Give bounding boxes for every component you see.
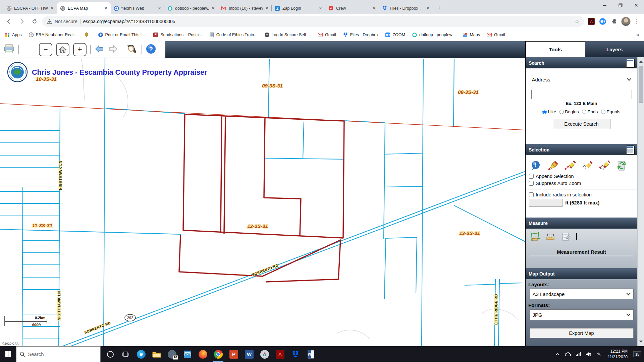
bookmark-print-or-email[interactable]: Print or Email This L... (98, 32, 147, 38)
tab-flexmls[interactable]: flexmls Web✕ (111, 2, 164, 14)
forward-button[interactable] (17, 16, 27, 26)
bookmarks-overflow-chevron[interactable]: » (636, 32, 639, 38)
tab-files-dropbox[interactable]: Files - Dropbox✕ (379, 2, 433, 14)
scroll-down-arrow[interactable] (638, 338, 644, 345)
close-window-button[interactable]: ✕ (628, 0, 644, 11)
word-doc-icon[interactable]: W (303, 346, 319, 362)
close-icon[interactable]: ✕ (158, 6, 161, 11)
bookmark-code-of-ethics[interactable]: Code of Ethics Train... (209, 32, 258, 38)
dropbox-icon[interactable] (288, 346, 303, 362)
taskbar-clock[interactable]: 12:21 PM 11/21/2020 (606, 349, 629, 359)
bookmark-maps[interactable]: Maps (462, 32, 480, 38)
tab-crew[interactable]: Crew✕ (325, 2, 379, 14)
close-icon[interactable]: ✕ (372, 6, 376, 11)
zoom-out-button[interactable]: − (39, 43, 52, 56)
append-selection-checkbox[interactable] (529, 174, 534, 179)
radio-like[interactable]: Like (542, 109, 556, 114)
home-extent-button[interactable] (56, 43, 69, 56)
start-button[interactable] (0, 346, 16, 362)
execute-search-button[interactable]: Execute Search (553, 119, 610, 129)
measure-area-icon[interactable] (530, 232, 540, 242)
acrobat-extension-icon[interactable]: A (587, 17, 596, 26)
zoom-in-button[interactable]: + (73, 43, 87, 56)
onedrive-cloud-icon[interactable] (565, 351, 571, 357)
suppress-auto-zoom-checkbox[interactable] (529, 181, 534, 186)
task-view-icon[interactable] (118, 346, 133, 362)
bookmark-gmail-2[interactable]: Gmail (487, 32, 505, 38)
omnibox[interactable]: Not secure escpa.org/ecpamap/?s=123S3110… (42, 16, 584, 27)
close-icon[interactable]: ✕ (426, 6, 430, 11)
bookmark-era-neubauer[interactable]: ERA Neubauer Real... (29, 32, 77, 38)
bookmark-zoom[interactable]: ZOOM (385, 32, 405, 38)
select-polygon-tool-icon[interactable] (598, 159, 611, 172)
powerpoint-icon[interactable]: P (226, 346, 241, 362)
next-extent-button[interactable] (108, 45, 118, 55)
close-icon[interactable]: ✕ (104, 6, 108, 11)
radius-feet-input[interactable] (529, 199, 562, 207)
sidebar-scrollbar[interactable] (637, 57, 644, 346)
previous-extent-button[interactable] (94, 45, 104, 55)
file-explorer-icon[interactable] (149, 346, 164, 362)
bookmark-gmail-1[interactable]: Gmail (318, 32, 336, 38)
photos-icon[interactable] (257, 346, 272, 362)
tab-dotloop[interactable]: dotloop - peoplew...✕ (164, 2, 218, 14)
suppress-auto-zoom-row[interactable]: Suppress Auto Zoom (529, 181, 637, 186)
export-map-button[interactable]: Export Map (530, 328, 634, 338)
tab-escpa-off-hwy[interactable]: ESCPA - OFF HWY✕ (3, 2, 57, 14)
clear-selection-tool-icon[interactable] (615, 159, 628, 172)
minimize-button[interactable]: ─ (597, 0, 612, 11)
taskbar-search-input[interactable] (28, 351, 85, 357)
taskbar-search-box[interactable] (16, 346, 101, 362)
append-selection-row[interactable]: Append Selection (529, 174, 637, 179)
chrome-icon[interactable] (211, 346, 226, 362)
select-freehand-tool-icon[interactable] (581, 159, 594, 172)
select-point-tool-icon[interactable] (547, 159, 559, 172)
zoom-extension-icon[interactable] (598, 17, 607, 26)
select-line-tool-icon[interactable] (564, 159, 577, 172)
tray-chevron-icon[interactable] (554, 351, 560, 357)
acrobat-icon[interactable]: A (272, 346, 288, 362)
restore-button[interactable] (612, 0, 628, 11)
reload-button[interactable] (30, 16, 40, 26)
bookmark-files-dropbox[interactable]: Files - Dropbox (343, 32, 379, 38)
measure-reset-icon[interactable] (561, 232, 571, 242)
app-icon-badge-98[interactable]: 98 (164, 346, 180, 362)
tab-layers[interactable]: Layers (585, 41, 644, 57)
results-table-icon[interactable] (626, 59, 634, 67)
search-type-select[interactable]: Address (529, 74, 634, 85)
help-button[interactable]: ? (146, 44, 156, 56)
layout-select[interactable]: A3 Landscape (530, 289, 634, 299)
bookmark-apps[interactable]: Apps (5, 32, 22, 38)
bookmark-gold-pen[interactable] (84, 32, 91, 38)
bookmark-star-icon[interactable]: ☆ (575, 18, 580, 25)
volume-icon[interactable] (586, 351, 592, 357)
url-text[interactable]: escpa.org/ecpamap/?s=123S311000000005 (83, 19, 572, 24)
map-canvas[interactable]: 292 10-3S-31 09-3S-31 08-3S-31 11-3S-31 … (0, 58, 525, 346)
bookmark-log-in-secure[interactable]: Log In Secure Self-... (264, 32, 311, 38)
extensions-puzzle-icon[interactable] (610, 17, 619, 26)
edge-icon[interactable]: e (133, 346, 149, 362)
notification-count-badge[interactable]: 15 (633, 351, 641, 357)
include-radius-row[interactable]: Include radius in selection (529, 192, 637, 197)
pen-icon[interactable]: ✎ (596, 351, 602, 357)
tab-tools[interactable]: Tools (526, 41, 585, 57)
cortana-icon[interactable] (103, 346, 118, 362)
include-radius-checkbox[interactable] (529, 192, 534, 197)
florida-zoom-button[interactable] (126, 44, 138, 56)
close-icon[interactable]: ✕ (265, 6, 269, 11)
radio-equals[interactable]: Equals (601, 109, 620, 114)
profile-avatar[interactable] (621, 17, 631, 26)
identify-tool-icon[interactable]: ! (530, 159, 542, 172)
back-button[interactable] (4, 16, 14, 26)
word-icon[interactable]: W (241, 346, 257, 362)
selection-table-icon[interactable] (626, 145, 634, 154)
close-icon[interactable]: ✕ (211, 6, 215, 11)
firefox-icon[interactable] (195, 346, 211, 362)
format-select[interactable]: JPG (530, 309, 634, 320)
tab-zap-login[interactable]: Z Zap Login✕ (272, 2, 325, 14)
security-label[interactable]: Not secure (55, 19, 77, 24)
search-input[interactable] (531, 90, 632, 99)
new-tab-button[interactable]: + (434, 3, 444, 13)
mail-icon[interactable] (180, 346, 195, 362)
bookmark-dotloop[interactable]: dotloop - peoplew... (412, 32, 455, 38)
